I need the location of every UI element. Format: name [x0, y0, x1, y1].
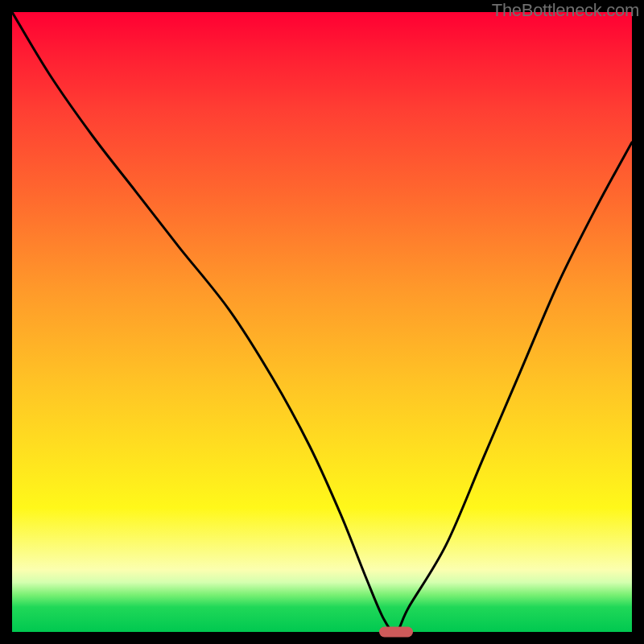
plot-area: [12, 12, 632, 632]
optimal-marker: [379, 627, 413, 638]
watermark-text: TheBottleneck.com: [492, 0, 639, 21]
chart-frame: TheBottleneck.com: [0, 0, 644, 644]
bottleneck-curve: [12, 12, 632, 632]
